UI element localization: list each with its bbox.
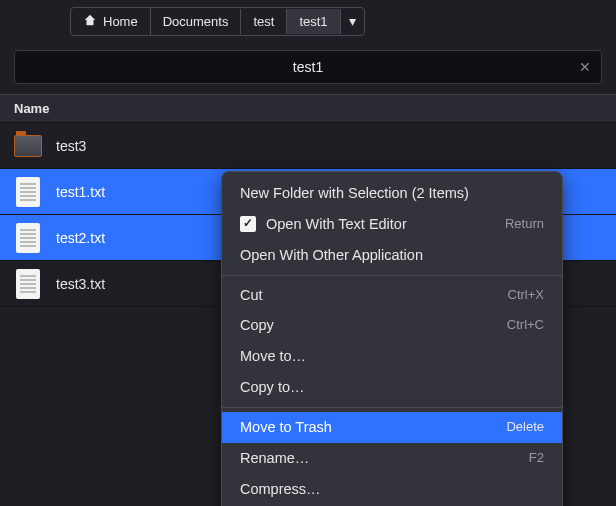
- menu-shortcut: F2: [529, 450, 544, 467]
- menu-label: Copy to…: [240, 378, 304, 397]
- menu-label: Compress…: [240, 480, 321, 499]
- file-name: test2.txt: [56, 230, 105, 246]
- menu-cut[interactable]: Cut Ctrl+X: [222, 280, 562, 311]
- search-input[interactable]: [15, 59, 601, 75]
- menu-label: Copy: [240, 316, 274, 335]
- context-menu: New Folder with Selection (2 Items) ✓ Op…: [221, 171, 563, 506]
- file-name: test3: [56, 138, 86, 154]
- breadcrumb-documents-label: Documents: [163, 14, 229, 29]
- menu-shortcut: Ctrl+X: [508, 287, 544, 304]
- menu-label: Move to Trash: [240, 418, 332, 437]
- menu-copy-to[interactable]: Copy to…: [222, 372, 562, 403]
- menu-copy[interactable]: Copy Ctrl+C: [222, 310, 562, 341]
- breadcrumb-home[interactable]: Home: [71, 8, 151, 35]
- menu-shortcut: Ctrl+C: [507, 317, 544, 334]
- breadcrumb-dropdown[interactable]: ▾: [341, 8, 364, 34]
- menu-label: New Folder with Selection (2 Items): [240, 184, 469, 203]
- breadcrumb-home-label: Home: [103, 14, 138, 29]
- column-header-name[interactable]: Name: [0, 94, 616, 123]
- menu-move-to[interactable]: Move to…: [222, 341, 562, 372]
- checkbox-icon: ✓: [240, 216, 256, 232]
- breadcrumb-documents[interactable]: Documents: [151, 9, 242, 34]
- breadcrumb: Home Documents test test1 ▾: [70, 7, 365, 36]
- menu-rename[interactable]: Rename… F2: [222, 443, 562, 474]
- breadcrumb-test1[interactable]: test1: [287, 9, 340, 34]
- menu-open-text-editor[interactable]: ✓ Open With Text Editor Return: [222, 209, 562, 240]
- menu-separator: [222, 407, 562, 408]
- menu-label: Cut: [240, 286, 263, 305]
- toolbar: Home Documents test test1 ▾: [0, 0, 616, 42]
- clear-search-button[interactable]: ✕: [579, 59, 591, 75]
- menu-separator: [222, 275, 562, 276]
- menu-label: Rename…: [240, 449, 309, 468]
- breadcrumb-test-label: test: [253, 14, 274, 29]
- menu-move-to-trash[interactable]: Move to Trash Delete: [222, 412, 562, 443]
- close-icon: ✕: [579, 59, 591, 75]
- menu-label: Move to…: [240, 347, 306, 366]
- menu-shortcut: Return: [505, 216, 544, 233]
- text-file-icon: [16, 177, 40, 207]
- menu-label: Open With Text Editor: [266, 215, 407, 234]
- breadcrumb-test[interactable]: test: [241, 9, 287, 34]
- menu-open-other-app[interactable]: Open With Other Application: [222, 240, 562, 271]
- menu-label: Open With Other Application: [240, 246, 423, 265]
- list-item-folder[interactable]: test3: [0, 123, 616, 169]
- column-header-name-label: Name: [14, 101, 49, 116]
- breadcrumb-test1-label: test1: [299, 14, 327, 29]
- chevron-down-icon: ▾: [349, 13, 356, 29]
- folder-icon: [14, 135, 42, 157]
- menu-new-folder-selection[interactable]: New Folder with Selection (2 Items): [222, 178, 562, 209]
- text-file-icon: [16, 223, 40, 253]
- menu-compress[interactable]: Compress…: [222, 474, 562, 505]
- text-file-icon: [16, 269, 40, 299]
- home-icon: [83, 13, 97, 30]
- file-name: test3.txt: [56, 276, 105, 292]
- menu-shortcut: Delete: [506, 419, 544, 436]
- file-name: test1.txt: [56, 184, 105, 200]
- search-bar: ✕: [14, 50, 602, 84]
